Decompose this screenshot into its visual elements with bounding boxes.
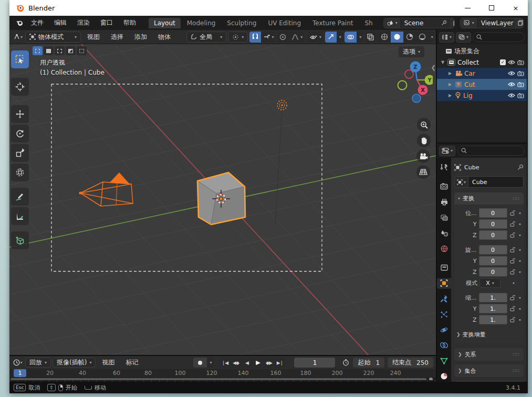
transform-orientation-selector[interactable]: 全局 ▾: [186, 32, 226, 43]
current-frame-field[interactable]: 1: [294, 358, 335, 368]
lock-icon[interactable]: [509, 247, 516, 253]
visibility-dropdown[interactable]: ▾: [307, 32, 324, 43]
editor-type-icon[interactable]: ▾: [12, 32, 24, 43]
tab-object[interactable]: [437, 278, 451, 289]
scene-browse-button[interactable]: ▾: [384, 18, 401, 28]
zoom-view-button[interactable]: [417, 118, 431, 131]
new-scene-button[interactable]: [450, 18, 455, 28]
pivot-point-selector[interactable]: ▾: [228, 32, 248, 43]
select-set-button[interactable]: [33, 46, 43, 55]
menu-render[interactable]: 渲染: [72, 17, 95, 28]
overlays-toggle[interactable]: [345, 32, 357, 43]
pin-icon[interactable]: [438, 18, 450, 28]
collection-checkbox[interactable]: ✓: [500, 59, 506, 65]
disclosure-triangle[interactable]: ▶: [447, 93, 453, 98]
rotation-x-input[interactable]: 0: [479, 245, 507, 255]
hide-eye-icon[interactable]: [508, 60, 515, 65]
scale-z-input[interactable]: 1.: [479, 315, 507, 324]
hide-eye-icon[interactable]: [508, 71, 515, 76]
outliner-row-cube[interactable]: ▶ Cut: [437, 79, 527, 90]
workspace-tab-modeling[interactable]: Modeling: [182, 18, 221, 28]
workspace-tab-shading[interactable]: Sh: [359, 18, 378, 28]
location-x-input[interactable]: 0: [479, 208, 507, 218]
rotation-z-input[interactable]: 0: [479, 267, 507, 277]
proportional-edit-toggle[interactable]: [277, 32, 289, 43]
lock-icon[interactable]: [509, 210, 516, 216]
end-frame-value[interactable]: 250: [416, 359, 429, 367]
pin-id-icon[interactable]: [517, 164, 524, 170]
location-z-input[interactable]: 0: [479, 230, 507, 240]
properties-search-input[interactable]: [457, 146, 525, 156]
workspace-tab-layout[interactable]: Layout: [149, 18, 181, 28]
viewport-3d[interactable]: 选项▾ 用户透视 (1) Collection | Cube: [9, 44, 436, 355]
viewlayer-name[interactable]: ViewLayer: [478, 18, 515, 28]
animate-dot[interactable]: •: [518, 258, 521, 264]
blender-menu-icon[interactable]: [14, 17, 25, 28]
lock-icon[interactable]: [509, 306, 516, 312]
animate-dot[interactable]: •: [518, 210, 521, 216]
lock-icon[interactable]: [509, 294, 516, 301]
tab-constraints[interactable]: [437, 340, 451, 351]
outliner-row-scene-collection[interactable]: 场景集合: [437, 46, 527, 57]
viewport-menu-object[interactable]: 物体: [153, 32, 175, 43]
perspective-toggle-button[interactable]: [416, 165, 430, 179]
tab-collection[interactable]: [437, 262, 451, 273]
scene-name[interactable]: Scene: [401, 18, 438, 28]
proportional-falloff-dropdown[interactable]: ▾: [289, 32, 304, 43]
tool-annotate[interactable]: [11, 188, 29, 206]
tool-measure[interactable]: [11, 207, 29, 225]
prev-keyframe-button[interactable]: ◀◆: [230, 358, 241, 368]
jump-to-start-button[interactable]: ❘◀: [219, 358, 230, 368]
hide-eye-icon[interactable]: [508, 93, 515, 98]
play-button[interactable]: ▶: [252, 358, 263, 368]
keying-set-dropdown[interactable]: ▾: [207, 358, 214, 368]
collections-panel-header[interactable]: ❯集合∷∷: [454, 364, 524, 377]
hide-eye-icon[interactable]: [508, 82, 515, 87]
select-extend-button[interactable]: [44, 46, 54, 55]
menu-edit[interactable]: 编辑: [49, 17, 71, 28]
navigation-gizmo[interactable]: Z Y X: [396, 57, 433, 115]
tool-scale[interactable]: [11, 144, 29, 162]
menu-file[interactable]: 文件: [26, 17, 48, 28]
record-button[interactable]: [193, 358, 207, 368]
camera-view-button[interactable]: [416, 149, 430, 163]
animate-dot[interactable]: •: [518, 247, 521, 253]
tool-select-box[interactable]: [11, 50, 29, 68]
tab-world[interactable]: [437, 243, 451, 255]
lock-icon[interactable]: [509, 232, 516, 238]
scale-y-input[interactable]: 1.: [479, 304, 507, 313]
tool-rotate[interactable]: [11, 125, 29, 142]
scale-x-input[interactable]: 1.: [479, 293, 507, 302]
transform-panel-header[interactable]: ▾ 变换 ∷∷: [454, 192, 524, 205]
shading-dropdown[interactable]: ▾: [429, 32, 433, 43]
tab-modifiers[interactable]: [437, 293, 451, 304]
relations-panel-header[interactable]: ❯关系∷∷: [454, 348, 524, 361]
lock-icon[interactable]: [509, 258, 516, 264]
animate-dot[interactable]: •: [518, 295, 521, 301]
close-button[interactable]: ×: [504, 0, 528, 16]
playback-menu[interactable]: 回放▾: [25, 358, 51, 368]
pan-view-button[interactable]: [417, 134, 431, 147]
timeline-editor-type-icon[interactable]: ▾: [12, 357, 24, 368]
tab-particles[interactable]: [437, 309, 451, 320]
outliner-row-light[interactable]: ▶ Lig: [437, 90, 527, 101]
workspace-tab-sculpting[interactable]: Sculpting: [222, 18, 262, 28]
outliner-row-camera[interactable]: ▶ Car: [437, 68, 527, 79]
animate-dot[interactable]: •: [518, 317, 521, 323]
delta-transform-subpanel[interactable]: ❯ 变换增量: [456, 329, 521, 340]
animate-dot[interactable]: •: [518, 232, 521, 238]
workspace-tab-texture-paint[interactable]: Texture Paint: [307, 18, 358, 28]
animate-dot[interactable]: •: [518, 221, 521, 227]
tab-scene[interactable]: [437, 228, 451, 239]
animate-dot[interactable]: •: [518, 306, 521, 312]
gizmo-dropdown[interactable]: ▾: [337, 32, 343, 43]
maximize-button[interactable]: [479, 0, 504, 16]
viewport-menu-select[interactable]: 选择: [106, 32, 128, 43]
new-viewlayer-button[interactable]: [515, 18, 524, 28]
timeline-markers-menu[interactable]: 标记: [121, 357, 143, 368]
shading-material-button[interactable]: [403, 32, 416, 43]
shading-solid-button[interactable]: [391, 32, 403, 43]
lock-icon[interactable]: [509, 221, 516, 227]
tab-physics[interactable]: [437, 324, 451, 335]
tab-material[interactable]: [437, 371, 451, 382]
